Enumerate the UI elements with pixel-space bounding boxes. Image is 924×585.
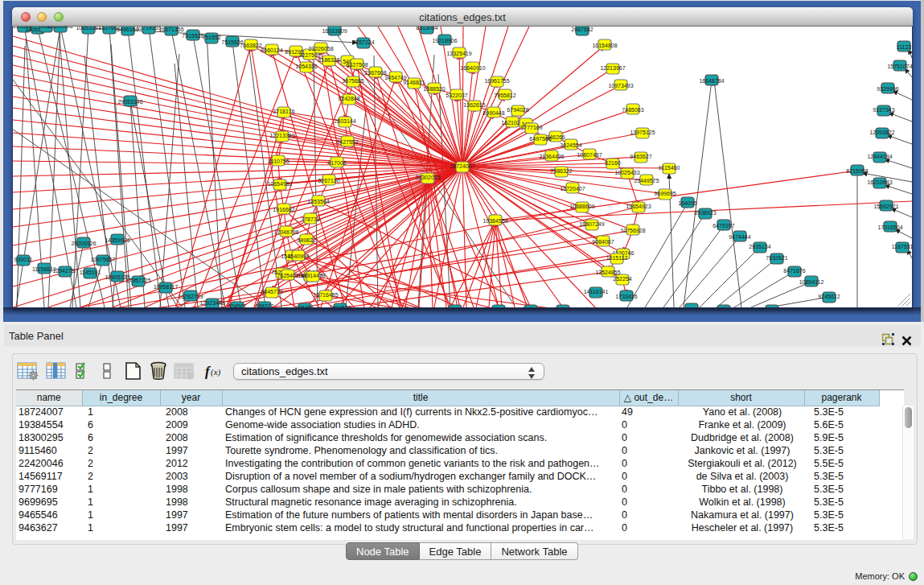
svg-text:939011: 939011: [14, 257, 33, 262]
svg-text:1733426: 1733426: [615, 294, 637, 299]
svg-text:8938923: 8938923: [694, 210, 716, 216]
svg-text:7955812: 7955812: [494, 93, 515, 98]
svg-text:16210643: 16210643: [867, 179, 892, 185]
svg-text:9084067: 9084067: [592, 239, 614, 245]
svg-text:9329996: 9329996: [877, 86, 898, 92]
svg-text:10719155: 10719155: [136, 27, 161, 31]
svg-text:87654: 87654: [684, 307, 700, 307]
svg-text:7357224: 7357224: [352, 39, 374, 45]
svg-text:2935134: 2935134: [749, 244, 770, 249]
svg-text:19218906: 19218906: [432, 38, 457, 43]
svg-text:13524855: 13524855: [595, 270, 620, 275]
svg-text:18807249: 18807249: [579, 221, 604, 227]
svg-text:9474444: 9474444: [729, 234, 750, 240]
svg-text:1615112: 1615112: [606, 255, 628, 261]
svg-text:7986322: 7986322: [550, 168, 572, 174]
svg-text:15716485: 15716485: [313, 292, 338, 298]
svg-text:976451: 976451: [295, 305, 314, 307]
svg-text:1916682: 1916682: [273, 207, 294, 212]
svg-text:29053346: 29053346: [117, 99, 142, 105]
svg-text:10653267: 10653267: [76, 27, 101, 31]
svg-text:2803144: 2803144: [334, 118, 355, 124]
svg-text:16782759: 16782759: [178, 294, 203, 299]
svg-text:1145191: 1145191: [80, 270, 101, 275]
svg-text:8813054: 8813054: [416, 27, 437, 31]
svg-text:14116141: 14116141: [584, 289, 609, 295]
svg-text:417006: 417006: [327, 160, 346, 166]
svg-text:10025433: 10025433: [614, 170, 639, 175]
svg-text:8186328: 8186328: [318, 57, 339, 63]
svg-text:10807487: 10807487: [577, 152, 602, 158]
svg-text:19384554: 19384554: [483, 218, 507, 224]
svg-text:9845779: 9845779: [261, 289, 282, 295]
svg-text:10975857: 10975857: [90, 257, 115, 262]
svg-text:252254: 252254: [613, 276, 631, 282]
svg-text:18724007: 18724007: [450, 163, 474, 169]
svg-text:2718176: 2718176: [273, 109, 294, 114]
svg-text:9463627: 9463627: [630, 154, 651, 159]
svg-text:8990448: 8990448: [483, 110, 504, 116]
svg-text:1167531: 1167531: [892, 244, 912, 249]
svg-text:9777169: 9777169: [520, 125, 542, 130]
svg-text:12444194: 12444194: [867, 154, 892, 159]
svg-text:3267130: 3267130: [318, 178, 339, 183]
svg-text:6497568: 6497568: [529, 136, 551, 142]
svg-text:19654923: 19654923: [626, 204, 651, 209]
svg-text:9115460: 9115460: [659, 165, 680, 171]
svg-text:15720407: 15720407: [560, 186, 585, 192]
svg-text:9427552: 9427552: [336, 139, 358, 145]
svg-text:1094522: 1094522: [329, 305, 351, 307]
svg-text:9146821: 9146821: [403, 80, 425, 85]
svg-text:62160: 62160: [605, 160, 621, 166]
svg-text:16671355: 16671355: [158, 27, 183, 32]
svg-text:153112: 153112: [446, 307, 465, 307]
svg-text:17957225: 17957225: [125, 278, 150, 283]
svg-text:9227343: 9227343: [873, 107, 894, 113]
svg-text:12213967: 12213967: [600, 65, 625, 71]
svg-text:16961755: 16961755: [484, 78, 509, 84]
svg-text:7663822: 7663822: [240, 43, 261, 48]
svg-text:2687682: 2687682: [571, 27, 593, 32]
svg-text:10688609: 10688609: [569, 204, 594, 209]
svg-text:924501: 924501: [228, 303, 246, 307]
svg-text:92456: 92456: [716, 307, 732, 307]
svg-text:21364436: 21364436: [539, 154, 564, 159]
svg-text:349822: 349822: [297, 237, 315, 243]
svg-text:12213369: 12213369: [269, 133, 294, 138]
svg-text:10973493: 10973493: [608, 83, 633, 89]
svg-text:751552: 751552: [202, 35, 220, 40]
svg-text:1540994: 1540994: [287, 253, 309, 259]
svg-text:23226058: 23226058: [308, 46, 333, 51]
svg-text:17046796: 17046796: [273, 229, 298, 235]
svg-text:10654112: 10654112: [799, 279, 824, 285]
svg-text:6479197: 6479197: [713, 223, 734, 229]
svg-text:10654982: 10654982: [267, 181, 292, 187]
svg-text:868312: 868312: [255, 303, 273, 307]
svg-text:6794028: 6794028: [507, 107, 528, 113]
svg-text:20206526: 20206526: [71, 241, 96, 246]
svg-text:378733: 378733: [301, 216, 319, 222]
svg-text:20691406: 20691406: [47, 27, 72, 29]
svg-text:16154808: 16154808: [592, 43, 617, 48]
svg-text:14914479: 14914479: [300, 273, 325, 278]
svg-text:3675685: 3675685: [342, 78, 363, 84]
svg-text:1353594: 1353594: [307, 199, 329, 204]
svg-text:7515526: 7515526: [182, 33, 203, 39]
svg-text:3624554: 3624554: [560, 142, 581, 148]
svg-text:15751074: 15751074: [887, 64, 912, 69]
svg-text:13975125: 13975125: [630, 130, 655, 135]
svg-text:13325419: 13325419: [446, 51, 471, 56]
svg-text:9699695: 9699695: [654, 191, 676, 196]
svg-text:12923448: 12923448: [199, 300, 224, 306]
svg-text:7632621: 7632621: [766, 255, 787, 261]
svg-text:23449575: 23449575: [634, 178, 659, 183]
svg-text:1362615: 1362615: [463, 102, 485, 108]
svg-text:7485063: 7485063: [622, 107, 643, 113]
svg-text:1588520: 1588520: [423, 86, 445, 92]
svg-text:8215958: 8215958: [846, 168, 868, 174]
svg-text:14359926: 14359926: [105, 237, 129, 243]
svg-text:16033809: 16033809: [322, 28, 347, 34]
svg-text:2367608: 2367608: [364, 70, 386, 76]
svg-text:16640910: 16640910: [460, 65, 485, 71]
svg-text:164095: 164095: [678, 200, 696, 206]
